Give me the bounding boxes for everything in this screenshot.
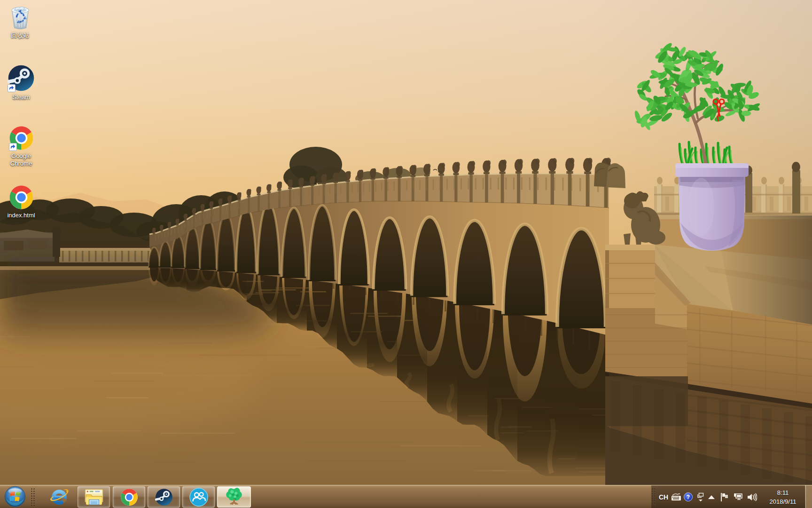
svg-text:?: ? xyxy=(687,494,690,500)
